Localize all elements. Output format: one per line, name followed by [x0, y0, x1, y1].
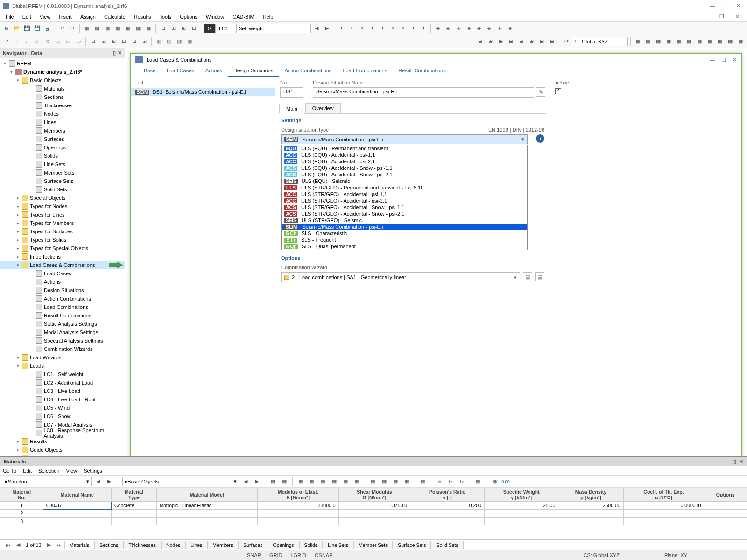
status-grid[interactable]: GRID [269, 553, 282, 558]
mat-t15[interactable]: ▦ [490, 477, 499, 486]
tree-lcc[interactable]: Load Cases & Combinations [30, 262, 95, 268]
tree-item[interactable]: Static Analysis Settings [0, 320, 125, 328]
t1-n6[interactable]: ◈ [485, 24, 494, 33]
t2-h[interactable]: ▭ [74, 37, 83, 46]
dst-option[interactable]: ACSULS (EQU) - Accidental - Snow - psi-2… [282, 171, 527, 178]
t2-f[interactable]: ▭ [53, 37, 63, 46]
t1-d[interactable]: ▦ [113, 24, 122, 33]
tree-folder[interactable]: ▸Special Objects [0, 194, 125, 202]
t2-s4[interactable]: ⊞ [506, 37, 515, 46]
open-icon[interactable]: 📂 [12, 24, 21, 33]
status-lgrid[interactable]: LGRID [290, 553, 306, 558]
mat-next-icon[interactable]: ▶ [44, 542, 54, 548]
tree-item[interactable]: Thicknesses [0, 101, 125, 110]
mat-tab[interactable]: Materials [64, 541, 95, 549]
save-icon[interactable]: 💾 [22, 24, 32, 33]
mat-t12[interactable]: ▦ [402, 477, 411, 486]
dst-option[interactable]: ACSULS (EQU) - Accidental - Snow - psi-1… [282, 165, 527, 171]
mat-t14[interactable]: ▦ [473, 477, 483, 486]
tree-folder[interactable]: ▸Imperfections [0, 252, 125, 261]
t2-u3[interactable]: ▦ [654, 37, 663, 46]
t1-m8[interactable]: ✦ [409, 24, 418, 33]
mat-prev1-icon[interactable]: ◀ [93, 477, 103, 486]
t2-o[interactable]: ▥ [154, 37, 163, 46]
t1-i[interactable]: ⊞ [169, 24, 178, 33]
tree-item[interactable]: Members [0, 126, 125, 135]
menu-window[interactable]: Window [202, 13, 228, 21]
t2-u10[interactable]: ▦ [726, 37, 735, 46]
menu-results[interactable]: Results [130, 13, 155, 21]
t1-h[interactable]: ⊞ [158, 24, 168, 33]
t2-b[interactable]: ⟋ [12, 37, 21, 46]
t2-u8[interactable]: ▦ [705, 37, 714, 46]
t2-s1[interactable]: ⊞ [475, 37, 485, 46]
cw-select[interactable]: 2 - Load combinations | SA1 - Geometrica… [281, 272, 520, 282]
lc-next-icon[interactable]: ▶ [322, 24, 331, 33]
dst-list[interactable]: EQUULS (EQU) - Permanent and transientAC… [281, 145, 528, 250]
t1-e[interactable]: ▦ [123, 24, 133, 33]
tree-folder[interactable]: ▸Types for Nodes [0, 202, 125, 210]
window-maximize-icon[interactable]: ☐ [723, 3, 728, 9]
mat-close-icon[interactable]: ✕ [739, 459, 743, 465]
mat-tab[interactable]: Nodes [161, 541, 185, 549]
t1-j[interactable]: ⊞ [179, 24, 188, 33]
mat-tab[interactable]: Surface Sets [393, 541, 431, 549]
dst-option[interactable]: ACSULS (STR/GEO) - Accidental - Snow - p… [282, 204, 527, 210]
t1-m5[interactable]: ✦ [378, 24, 387, 33]
mat-first-icon[interactable]: ⏮ [3, 542, 14, 548]
dst-option[interactable]: SEISULS (STR/GEO) - Seismic [282, 217, 527, 224]
t1-n8[interactable]: ◈ [505, 24, 514, 33]
info-icon[interactable]: i [536, 134, 544, 143]
dlg-close-icon[interactable]: ✕ [733, 57, 737, 63]
mat-tab[interactable]: Line Sets [323, 541, 353, 549]
lc-prev-icon[interactable]: ◀ [312, 24, 321, 33]
lc-name[interactable]: Self-weight [236, 24, 311, 33]
mat-t5[interactable]: ▦ [318, 477, 328, 486]
tab-action-comb[interactable]: Action Combinations [279, 66, 337, 77]
mat-last-icon[interactable]: ⏭ [54, 542, 64, 548]
cw-btn2-icon[interactable]: ▤ [535, 272, 544, 281]
tree-item[interactable]: Member Sets [0, 168, 125, 177]
tree-item[interactable]: Surfaces [0, 135, 125, 143]
no-input[interactable]: DS1 [280, 87, 303, 98]
t2-n[interactable]: ⊡ [140, 37, 149, 46]
dst-option[interactable]: ACCULS (EQU) - Accidental - psi-2,1 [282, 158, 527, 165]
mat-prev2-icon[interactable]: ◀ [241, 477, 250, 486]
mat-tab[interactable]: Solid Sets [431, 541, 463, 549]
tree-item[interactable]: Lines [0, 118, 125, 126]
status-snap[interactable]: SNAP [247, 553, 261, 558]
mat-fx1[interactable]: fx [435, 477, 444, 486]
menu-options[interactable]: Options [176, 13, 201, 21]
t2-u1[interactable]: ▦ [633, 37, 642, 46]
tab-actions[interactable]: Actions [200, 66, 228, 77]
mat-t8[interactable]: ▦ [352, 477, 361, 486]
menu-file[interactable]: File [2, 13, 18, 21]
tree-item[interactable]: Combination Wizards [0, 345, 125, 353]
print-icon[interactable]: 🖨 [43, 24, 52, 33]
tree-item[interactable]: LC4 - Live Load - Roof [0, 395, 125, 404]
t2-u2[interactable]: ▦ [643, 37, 653, 46]
subtab-overview[interactable]: Overview [305, 103, 341, 113]
t1-m9[interactable]: ✦ [419, 24, 428, 33]
window-minimize-icon[interactable]: — [710, 3, 715, 9]
tree-folder[interactable]: ▸Types for Solids [0, 236, 125, 244]
tree-item[interactable]: Load Cases [0, 269, 125, 278]
mat-bc2[interactable]: ▸ Basic Objects ▾ [122, 477, 239, 486]
tree-folder[interactable]: ▸Types for Surfaces [0, 227, 125, 236]
mat-menu-selection[interactable]: Selection [38, 468, 59, 474]
mat-t3[interactable]: ▦ [296, 477, 305, 486]
tree-item[interactable]: Actions [0, 278, 125, 286]
tree-item[interactable]: Surface Sets [0, 177, 125, 185]
mat-t7[interactable]: ▦ [341, 477, 350, 486]
redo-icon[interactable]: ↷ [68, 24, 77, 33]
t2-u11[interactable]: ▦ [736, 37, 745, 46]
new-icon[interactable]: 🗎 [2, 24, 11, 33]
mat-menu-edit[interactable]: Edit [23, 468, 32, 474]
t2-s5[interactable]: ⊞ [516, 37, 526, 46]
mat-menu-settings[interactable]: Settings [84, 468, 102, 474]
t1-c[interactable]: ▦ [103, 24, 112, 33]
window-close-icon[interactable]: ✕ [736, 3, 740, 9]
tree-root[interactable]: RFEM [17, 61, 31, 66]
mat-tab[interactable]: Member Sets [353, 541, 393, 549]
dst-option[interactable]: S QpSLS - Quasi-permanent [282, 243, 527, 250]
